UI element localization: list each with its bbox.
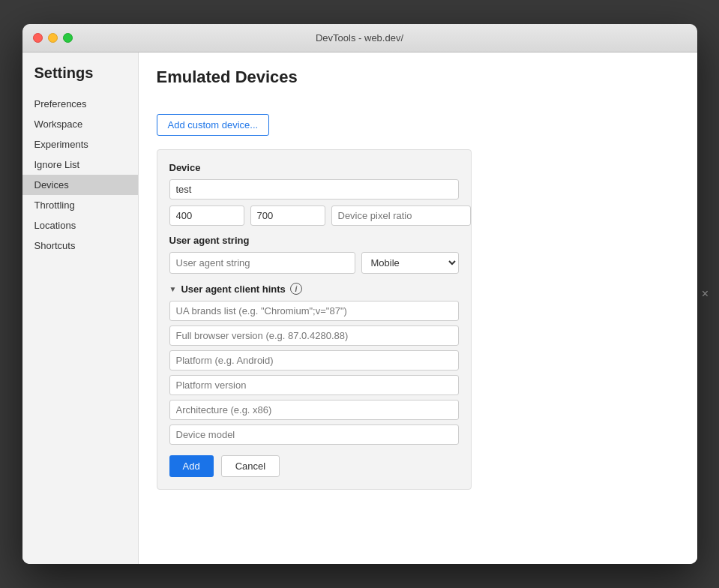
close-traffic-light[interactable] [33,33,43,43]
main-content: Emulated Devices × Add custom device... … [139,52,697,564]
cancel-button[interactable]: Cancel [221,455,280,477]
minimize-traffic-light[interactable] [48,33,58,43]
ua-row: Mobile Desktop Tablet [169,252,459,274]
sidebar-item-ignore-list[interactable]: Ignore List [22,154,138,175]
client-hints-header[interactable]: ▼ User agent client hints i [169,283,459,295]
ua-type-select[interactable]: Mobile Desktop Tablet [361,252,459,274]
client-hints-label: User agent client hints [181,284,285,295]
device-name-input[interactable] [169,179,459,200]
sidebar-item-experiments[interactable]: Experiments [22,134,138,154]
sidebar-title: Settings [22,64,138,94]
hints-list [169,301,459,445]
maximize-traffic-light[interactable] [63,33,73,43]
device-section-label: Device [169,162,459,173]
full-browser-version-input[interactable] [169,326,459,346]
chevron-down-icon: ▼ [169,285,177,293]
sidebar-item-locations[interactable]: Locations [22,215,138,236]
ua-section-label: User agent string [169,235,459,246]
ua-brands-input[interactable] [169,301,459,321]
window-body: Settings Preferences Workspace Experimen… [22,52,697,564]
width-input[interactable] [169,206,244,226]
platform-version-input[interactable] [169,375,459,395]
ua-string-input[interactable] [169,252,355,274]
window-title: DevTools - web.dev/ [316,32,403,44]
sidebar-item-preferences[interactable]: Preferences [22,94,138,114]
architecture-input[interactable] [169,400,459,420]
main-window: DevTools - web.dev/ Settings Preferences… [22,24,697,564]
info-icon: i [290,283,302,295]
pixel-ratio-input[interactable] [331,206,471,226]
height-input[interactable] [250,206,325,226]
sidebar-item-devices[interactable]: Devices [22,175,138,195]
sidebar-item-throttling[interactable]: Throttling [22,195,138,215]
device-model-input[interactable] [169,424,459,445]
main-title: Emulated Devices [157,68,298,87]
traffic-lights [33,33,73,43]
form-actions: Add Cancel [169,455,459,477]
platform-input[interactable] [169,350,459,370]
add-custom-device-button[interactable]: Add custom device... [157,114,270,136]
sidebar-item-shortcuts[interactable]: Shortcuts [22,236,138,256]
sidebar: Settings Preferences Workspace Experimen… [22,52,139,564]
sidebar-item-workspace[interactable]: Workspace [22,114,138,134]
add-button[interactable]: Add [169,455,214,477]
titlebar: DevTools - web.dev/ [22,24,697,52]
dimensions-row [169,206,459,226]
device-form: Device User agent string Mobile Desktop … [157,149,472,490]
